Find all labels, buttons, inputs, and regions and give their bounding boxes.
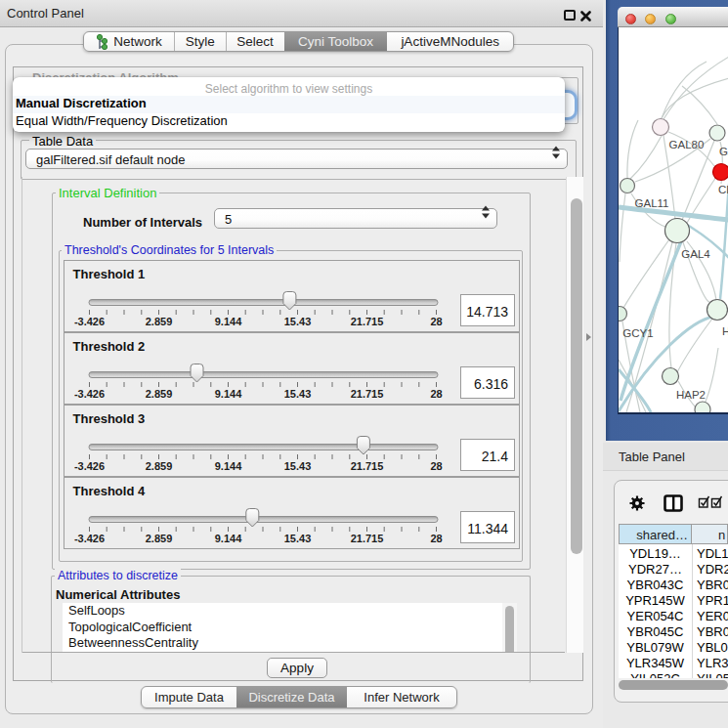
svg-text:28: 28 bbox=[430, 388, 442, 400]
svg-text:HAP2: HAP2 bbox=[676, 389, 706, 401]
svg-text:28: 28 bbox=[430, 533, 442, 544]
svg-text:2.859: 2.859 bbox=[145, 316, 172, 327]
svg-text:9.144: 9.144 bbox=[214, 388, 241, 400]
svg-text:15.43: 15.43 bbox=[283, 533, 311, 544]
svg-text:CD: CD bbox=[718, 184, 728, 195]
svg-text:-3.426: -3.426 bbox=[73, 388, 104, 400]
svg-text:21.715: 21.715 bbox=[350, 460, 383, 472]
svg-text:2.859: 2.859 bbox=[145, 460, 172, 472]
svg-text:HA: HA bbox=[722, 325, 728, 337]
svg-text:GAL4: GAL4 bbox=[681, 248, 710, 260]
svg-text:-3.426: -3.426 bbox=[73, 316, 104, 327]
svg-text:9.144: 9.144 bbox=[214, 460, 241, 472]
svg-text:GAL11: GAL11 bbox=[635, 197, 669, 209]
svg-text:GA: GA bbox=[719, 146, 728, 157]
svg-text:21.715: 21.715 bbox=[350, 388, 383, 400]
svg-text:28: 28 bbox=[430, 316, 442, 327]
svg-text:-3.426: -3.426 bbox=[73, 460, 104, 472]
svg-text:15.43: 15.43 bbox=[283, 316, 311, 327]
svg-text:28: 28 bbox=[430, 460, 442, 472]
svg-text:GCY1: GCY1 bbox=[622, 327, 653, 339]
svg-text:-3.426: -3.426 bbox=[73, 533, 104, 544]
svg-text:9.144: 9.144 bbox=[214, 316, 241, 327]
svg-text:2.859: 2.859 bbox=[145, 533, 172, 544]
svg-text:15.43: 15.43 bbox=[283, 388, 311, 400]
svg-text:GAL80: GAL80 bbox=[669, 139, 705, 150]
svg-text:9.144: 9.144 bbox=[214, 533, 241, 544]
svg-text:15.43: 15.43 bbox=[283, 460, 311, 472]
svg-text:21.715: 21.715 bbox=[350, 533, 383, 544]
svg-text:21.715: 21.715 bbox=[350, 316, 383, 327]
svg-text:2.859: 2.859 bbox=[145, 388, 172, 400]
